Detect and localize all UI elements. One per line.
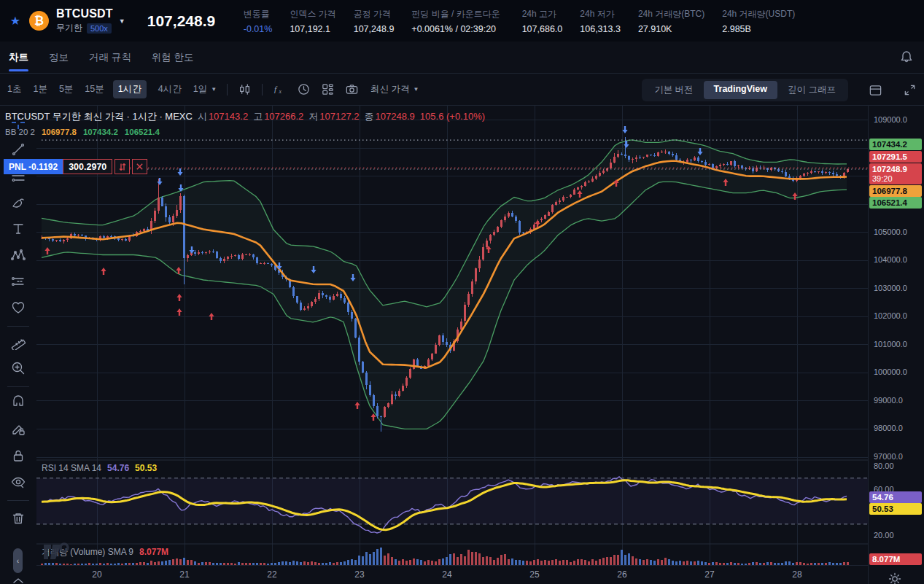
remove-drawings-trash-icon[interactable] [10,510,26,526]
tab-chart[interactable]: 차트 [9,42,28,73]
camera-snapshot-icon[interactable] [345,82,359,96]
stat-value: 107,192.1 [290,24,335,34]
rsi-sma-label: 50.53 [869,503,922,515]
reverse-position-icon[interactable] [114,159,130,174]
timezone-clock-icon[interactable] [297,82,311,96]
tab-risk-limit[interactable]: 위험 한도 [152,42,194,73]
position-price-label: 107291.5 [869,151,922,163]
chart-toolbar: 1초 1분 5분 15분 1시간 4시간 1일 ▼ fx 최신 가격 ▼ 기본 … [0,73,924,106]
price-mode-select[interactable]: 최신 가격 [370,83,409,96]
stat-index-price: 인덱스 가격 107,192.1 [290,8,335,34]
drawing-toolbar [0,106,36,584]
time-tick: 20 [92,569,101,580]
stat-24h-high: 24h 고가 107,686.0 [522,8,563,34]
svg-text:f: f [274,85,278,93]
candle-style-icon[interactable] [238,82,252,96]
stat-label: 24h 거래량(BTC) [638,8,704,20]
text-tool-icon[interactable] [10,221,26,237]
stat-24h-vol-btc: 24h 거래량(BTC) 27.910K [638,8,704,34]
xabcd-pattern-tool-icon[interactable] [10,247,26,263]
view-basic-version[interactable]: 기본 버전 [644,81,703,99]
stat-label: 24h 거래량(USDT) [722,8,795,20]
rsi-value-label: 54.76 [869,491,922,503]
trading-terminal: ★ ₿ BTCUSDT 무기한 500x ▼ 107,248.9 변동률 -0.… [0,0,924,584]
hide-drawings-eye-icon[interactable] [10,474,26,490]
chart-view-switcher: 기본 버전 TradingView 깊이 그래프 [642,79,848,101]
stat-fair-price: 공정 가격 107,248.9 [354,8,395,34]
stat-label: 공정 가격 [354,8,395,20]
panel-layout-icon[interactable] [869,83,882,97]
time-tick: 24 [442,569,451,580]
tab-info[interactable]: 정보 [49,42,69,73]
close-position-icon[interactable] [132,159,147,174]
crosshair-tool-icon[interactable] [10,114,26,131]
interval-5m[interactable]: 5분 [59,83,73,96]
page-tabs: 차트 정보 거래 규칙 위험 한도 [0,42,924,73]
symbol-dropdown-caret-icon[interactable]: ▼ [119,17,125,25]
position-size-value: 300.2970 [63,159,112,174]
toolbar-divider [7,326,29,327]
long-short-position-tool-icon[interactable] [10,273,26,289]
ticker-header: ★ ₿ BTCUSDT 무기한 500x ▼ 107,248.9 변동률 -0.… [0,0,924,42]
pnl-badge: PNL -0.1192 [4,159,63,174]
symbol-block[interactable]: BTCUSDT 무기한 500x [56,7,113,34]
trend-line-tool-icon[interactable] [10,141,26,157]
price-mode-caret-icon[interactable]: ▼ [414,86,419,93]
candlestick-chart[interactable] [36,106,868,565]
toolbar-collapse-chevron-icon[interactable] [12,574,24,583]
stat-value: +0.0061% / 02:39:20 [411,24,500,34]
view-depth-graph[interactable]: 깊이 그래프 [777,81,846,99]
interval-1h[interactable]: 1시간 [113,80,147,98]
time-tick: 27 [704,569,714,580]
rsi-tick: 80.00 [874,462,894,470]
price-tick: 98000.0 [874,424,903,432]
zoom-in-tool-icon[interactable] [10,360,26,376]
time-tick: 26 [617,569,626,580]
fullscreen-icon[interactable] [903,83,917,97]
price-tick: 104000.0 [874,255,907,264]
stat-value: 2.985B [722,24,795,34]
last-price-label: 107248.939:20 [869,163,922,184]
price-tick: 97000.0 [874,452,903,461]
stat-label: 24h 고가 [522,8,563,20]
price-tick: 100000.0 [874,367,907,376]
view-tradingview[interactable]: TradingView [704,81,777,99]
interval-dropdown-caret-icon[interactable]: ▼ [211,86,217,93]
leverage-badge[interactable]: 500x [87,23,112,34]
collapse-left-panel-handle[interactable]: ‹ [13,548,23,573]
stat-label: 24h 저가 [580,8,621,20]
theme-sun-icon[interactable] [888,572,901,584]
bell-icon[interactable] [899,50,914,64]
stat-value: 27.910K [638,24,704,34]
interval-4h[interactable]: 4시간 [158,83,182,96]
time-tick: 22 [267,569,276,580]
layout-grid-icon[interactable] [321,82,335,96]
time-tick: 21 [179,569,189,580]
interval-1d[interactable]: 1일 [193,83,207,96]
price-tick: 99000.0 [874,396,903,405]
last-price: 107,248.9 [147,12,228,30]
drawing-lock-pencil-icon[interactable] [10,421,26,437]
interval-1s[interactable]: 1초 [7,83,21,96]
interval-1m[interactable]: 1분 [33,83,47,96]
price-tick: 109000.0 [874,115,907,124]
volume-value-label: 8.077M [869,553,922,565]
price-axis[interactable]: 109000.0105000.0104000.0103000.0102000.0… [868,106,924,584]
magnet-mode-icon[interactable] [10,394,26,410]
brush-tool-icon[interactable] [10,195,26,211]
tab-trading-rules[interactable]: 거래 규칙 [89,42,131,73]
stat-value: 107,686.0 [522,24,563,34]
rsi-tick: 20.00 [874,531,894,540]
price-tick: 101000.0 [874,340,907,349]
favorite-star-icon[interactable]: ★ [9,15,22,28]
toolbar-divider [227,84,228,96]
time-tick: 25 [529,569,539,580]
interval-15m[interactable]: 15분 [85,83,104,96]
favorites-heart-icon[interactable] [10,300,26,316]
time-axis[interactable]: 202122232425262728 [36,565,868,584]
symbol-name: BTCUSDT [56,7,113,20]
measure-ruler-tool-icon[interactable] [10,334,26,350]
stat-change: 변동률 -0.01% [244,8,273,34]
lock-all-icon[interactable] [10,448,26,464]
indicators-fx-icon[interactable]: fx [273,82,287,96]
